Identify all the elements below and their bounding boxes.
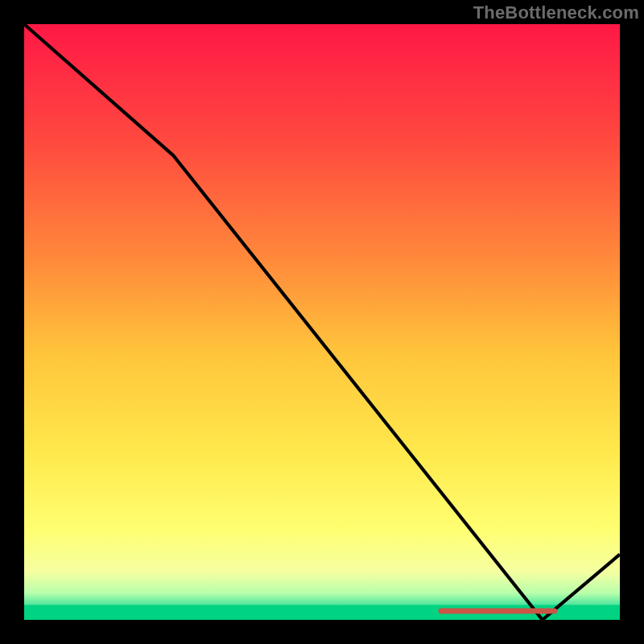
- stage: TheBottleneck.com: [0, 0, 644, 644]
- plot-background: [24, 24, 620, 620]
- bottleneck-chart: [0, 0, 644, 644]
